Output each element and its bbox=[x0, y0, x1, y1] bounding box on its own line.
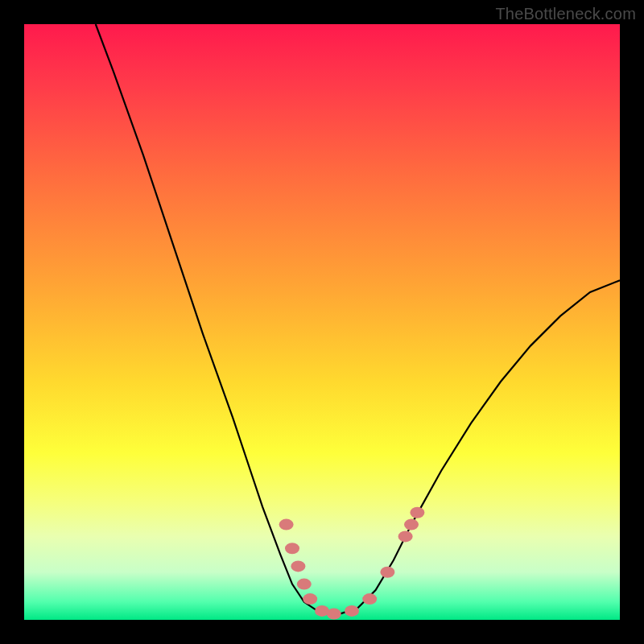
curve-marker bbox=[398, 530, 413, 542]
curve-marker bbox=[404, 519, 419, 530]
watermark-text: TheBottleneck.com bbox=[495, 5, 636, 23]
curve-marker bbox=[303, 593, 317, 605]
chart-plot-area bbox=[24, 24, 620, 620]
curve-marker bbox=[327, 609, 341, 620]
curve-marker bbox=[380, 567, 394, 578]
curve-marker bbox=[291, 560, 305, 572]
curve-marker bbox=[285, 543, 299, 554]
bottleneck-curve-svg bbox=[24, 24, 620, 620]
curve-marker bbox=[410, 507, 424, 518]
curve-marker bbox=[279, 519, 294, 530]
curve-marker bbox=[297, 579, 312, 590]
curve-marker bbox=[362, 593, 377, 605]
curve-marker bbox=[345, 605, 359, 617]
curve-markers-group bbox=[279, 507, 425, 620]
bottleneck-curve bbox=[96, 24, 620, 614]
